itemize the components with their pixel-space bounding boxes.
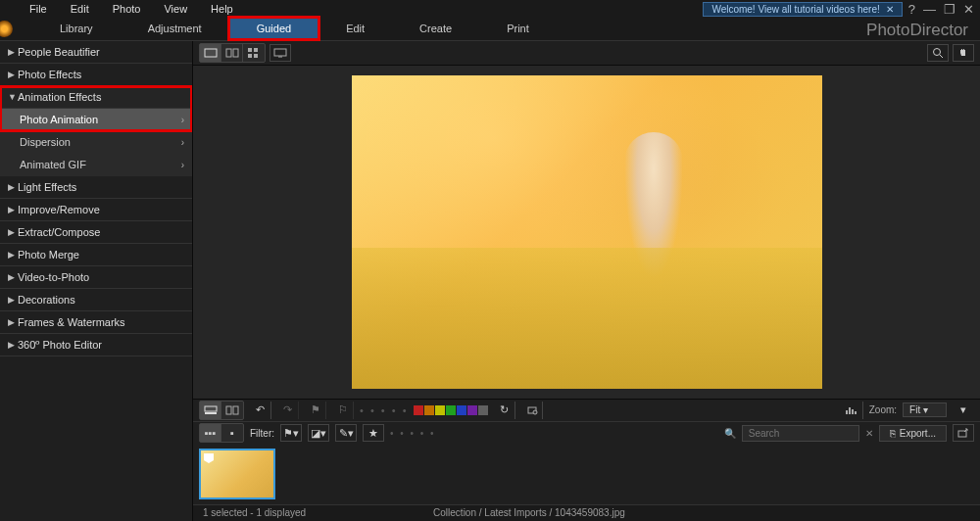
filter-star-icon[interactable]: ★ bbox=[363, 424, 384, 442]
sub-label: Animated GIF bbox=[20, 159, 86, 170]
cat-label: Extract/Compose bbox=[18, 226, 100, 238]
view-grid-icon[interactable] bbox=[243, 44, 265, 62]
layout-filmstrip-icon[interactable] bbox=[200, 402, 221, 419]
swatch-blue[interactable] bbox=[457, 405, 466, 415]
filter-label-icon[interactable]: ◪▾ bbox=[308, 424, 329, 442]
svg-rect-3 bbox=[248, 48, 252, 52]
filter-rating-dots[interactable]: • • • • • bbox=[390, 428, 436, 439]
clear-search-icon[interactable]: ✕ bbox=[865, 428, 873, 439]
filmstrip bbox=[193, 444, 980, 504]
filter-edit-icon[interactable]: ✎▾ bbox=[335, 424, 357, 442]
thumb-size-large-icon[interactable]: ▪ bbox=[221, 424, 243, 442]
zoom-select[interactable]: Fit ▾ bbox=[903, 403, 947, 417]
brand-label: PhotoDirector bbox=[866, 21, 968, 40]
preview-image[interactable] bbox=[352, 75, 822, 389]
cat-photo-merge[interactable]: ▶Photo Merge bbox=[0, 244, 192, 266]
cat-extract-compose[interactable]: ▶Extract/Compose bbox=[0, 221, 192, 244]
swatch-yellow[interactable] bbox=[435, 405, 445, 415]
help-icon[interactable]: ? bbox=[908, 2, 915, 17]
histogram-icon[interactable] bbox=[842, 402, 863, 419]
svg-rect-20 bbox=[855, 411, 857, 414]
view-compare-icon[interactable] bbox=[221, 44, 243, 62]
rotate-right-icon[interactable]: ↷ bbox=[277, 402, 299, 419]
tab-adjustment[interactable]: Adjustment bbox=[121, 18, 229, 39]
view-toolbar bbox=[193, 41, 980, 66]
status-bar: 1 selected - 1 displayed Collection / La… bbox=[193, 504, 980, 521]
cat-animation-effects[interactable]: ▼Animation Effects bbox=[0, 86, 192, 109]
welcome-banner[interactable]: Welcome! View all tutorial videos here! … bbox=[703, 2, 902, 17]
chevron-right-icon: › bbox=[181, 115, 184, 125]
export-button[interactable]: ⎘Export... bbox=[879, 425, 947, 442]
sub-photo-animation[interactable]: Photo Animation› bbox=[0, 109, 192, 131]
cat-decorations[interactable]: ▶Decorations bbox=[0, 289, 192, 311]
pan-hand-icon[interactable] bbox=[953, 44, 974, 62]
swatch-gray[interactable] bbox=[478, 405, 488, 415]
cat-video-to-photo[interactable]: ▶Video-to-Photo bbox=[0, 266, 192, 289]
svg-rect-14 bbox=[233, 406, 238, 414]
chevron-right-icon: › bbox=[181, 160, 184, 170]
chevron-right-icon: › bbox=[181, 137, 184, 148]
menu-edit[interactable]: Edit bbox=[59, 1, 101, 17]
tab-print[interactable]: Print bbox=[479, 18, 557, 39]
sub-label: Dispersion bbox=[20, 136, 71, 148]
menu-photo[interactable]: Photo bbox=[101, 1, 153, 17]
cat-improve-remove[interactable]: ▶Improve/Remove bbox=[0, 199, 192, 221]
rating-dots[interactable]: • • • • • bbox=[360, 404, 408, 416]
sub-animated-gif[interactable]: Animated GIF› bbox=[0, 154, 192, 176]
filter-flag-icon[interactable]: ⚑▾ bbox=[280, 424, 302, 442]
menu-file[interactable]: File bbox=[18, 1, 59, 17]
cat-light-effects[interactable]: ▶Light Effects bbox=[0, 176, 192, 199]
zoom-reset-icon[interactable]: ▾ bbox=[953, 402, 974, 419]
svg-line-10 bbox=[940, 55, 943, 58]
tab-edit[interactable]: Edit bbox=[318, 18, 392, 39]
close-icon[interactable]: ✕ bbox=[886, 4, 894, 15]
cat-label: Improve/Remove bbox=[18, 204, 100, 215]
search-input[interactable] bbox=[742, 425, 859, 442]
share-icon[interactable] bbox=[953, 424, 974, 442]
swatch-purple[interactable] bbox=[467, 405, 477, 415]
cat-360-editor[interactable]: ▶360º Photo Editor bbox=[0, 334, 192, 356]
svg-point-9 bbox=[934, 48, 941, 55]
rotate-left-icon[interactable]: ↶ bbox=[250, 402, 271, 419]
tab-create[interactable]: Create bbox=[392, 18, 479, 39]
tab-guided[interactable]: Guided bbox=[229, 18, 318, 39]
cat-label: Frames & Watermarks bbox=[18, 316, 125, 328]
minimize-icon[interactable]: — bbox=[923, 2, 936, 17]
crop-overlay-icon[interactable] bbox=[521, 402, 543, 419]
close-window-icon[interactable]: ✕ bbox=[963, 2, 974, 17]
cat-label: 360º Photo Editor bbox=[18, 339, 102, 351]
content-area: ↶ ↷ ⚑ ⚐ • • • • • ↻ Zoom: Fit ▾ ▾ bbox=[193, 41, 980, 521]
swatch-orange[interactable] bbox=[424, 405, 434, 415]
tab-library[interactable]: Library bbox=[32, 18, 121, 39]
refresh-icon[interactable]: ↻ bbox=[494, 402, 515, 419]
svg-rect-7 bbox=[274, 49, 286, 56]
flag-icon[interactable]: ⚑ bbox=[305, 402, 326, 419]
svg-rect-13 bbox=[226, 406, 231, 414]
menu-view[interactable]: View bbox=[152, 1, 199, 17]
svg-rect-19 bbox=[852, 409, 854, 414]
zoom-label: Zoom: bbox=[869, 404, 897, 415]
swatch-green[interactable] bbox=[446, 405, 456, 415]
svg-rect-12 bbox=[205, 412, 217, 414]
cat-photo-effects[interactable]: ▶Photo Effects bbox=[0, 64, 192, 86]
menu-help[interactable]: Help bbox=[199, 1, 245, 17]
sub-label: Photo Animation bbox=[20, 114, 98, 125]
view-single-icon[interactable] bbox=[200, 44, 221, 62]
thumbnail[interactable] bbox=[199, 449, 275, 499]
svg-rect-18 bbox=[849, 407, 851, 414]
sub-dispersion[interactable]: Dispersion› bbox=[0, 131, 192, 154]
secondary-monitor-icon[interactable] bbox=[270, 44, 291, 62]
status-path: Collection / Latest Imports / 1043459083… bbox=[433, 507, 625, 518]
magnifier-icon[interactable] bbox=[927, 44, 949, 62]
cat-label: Video-to-Photo bbox=[18, 271, 89, 283]
swatch-red[interactable] bbox=[414, 405, 423, 415]
svg-rect-2 bbox=[233, 49, 238, 57]
reject-icon[interactable]: ⚐ bbox=[332, 402, 354, 419]
export-icon: ⎘ bbox=[890, 428, 896, 439]
cat-people-beautifier[interactable]: ▶People Beautifier bbox=[0, 41, 192, 64]
thumb-size-small-icon[interactable]: ▪▪▪ bbox=[200, 424, 221, 442]
svg-point-16 bbox=[533, 410, 537, 414]
cat-frames-watermarks[interactable]: ▶Frames & Watermarks bbox=[0, 311, 192, 334]
layout-grid-icon[interactable] bbox=[221, 402, 243, 419]
maximize-icon[interactable]: ❐ bbox=[944, 2, 956, 17]
